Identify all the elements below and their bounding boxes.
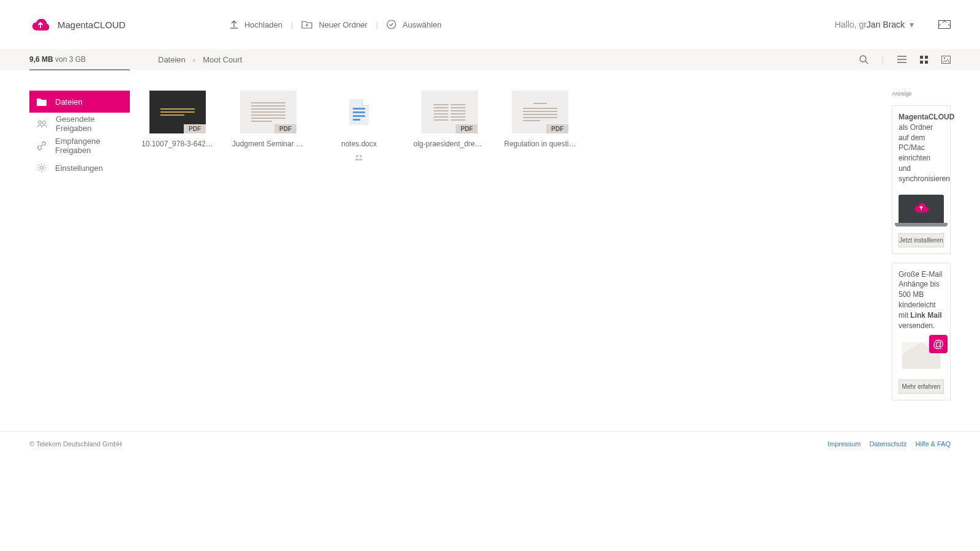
svg-rect-5	[925, 61, 928, 64]
sidebar: Dateien Gesendete Freigaben Empfangene F…	[29, 91, 130, 431]
footer: © Telekom Deutschland GmbH Impressum Dat…	[0, 431, 980, 456]
people-icon	[37, 120, 47, 128]
install-button[interactable]: Jetzt installieren	[899, 233, 944, 247]
chevron-right-icon: ›	[193, 55, 195, 64]
link-impressum[interactable]: Impressum	[827, 440, 861, 448]
new-folder-icon	[301, 20, 312, 29]
cloud-logo-icon	[29, 17, 51, 32]
chevron-down-icon: ▾	[910, 20, 914, 29]
pdf-thumbnail: PDF	[512, 91, 568, 133]
shared-icon	[355, 154, 363, 161]
file-item[interactable]: PDF Judgment Seminar 1 ...	[236, 91, 300, 431]
mail-icon[interactable]	[938, 20, 951, 29]
check-circle-icon	[386, 20, 396, 29]
folder-icon	[37, 98, 47, 106]
gear-icon	[37, 163, 47, 173]
sub-bar: 9,6 MB von 3 GB Dateien › Moot Court |	[0, 49, 980, 70]
breadcrumb: Dateien › Moot Court	[158, 55, 242, 64]
svg-point-7	[944, 57, 945, 58]
svg-point-10	[40, 167, 43, 170]
link-icon	[37, 141, 47, 151]
file-item[interactable]: notes.docx	[327, 91, 391, 431]
copyright: © Telekom Deutschland GmbH	[29, 440, 122, 448]
file-item[interactable]: PDF olg-praesident_dresd...	[418, 91, 481, 431]
user-area: Hallo, grJan Brack ▾	[835, 20, 951, 29]
pdf-thumbnail: PDF	[149, 91, 206, 133]
toolbar: Hochladen | Neuer Ordner | Auswählen	[230, 20, 442, 29]
file-grid: PDF 10.1007_978-3-642-2... PDF Judgment …	[138, 91, 883, 431]
promo-sync: MagentaCLOUD als Ordner auf dem PC/Mac e…	[892, 105, 951, 254]
pdf-thumbnail: PDF	[240, 91, 296, 133]
sidebar-item-received-shares[interactable]: Empfangene Freigaben	[29, 135, 130, 157]
ad-label: Anzeige	[892, 91, 951, 97]
header: MagentaCLOUD Hochladen | Neuer Ordner | …	[0, 0, 980, 49]
pdf-thumbnail: PDF	[421, 91, 478, 133]
image-view-icon[interactable]	[941, 56, 951, 64]
learn-more-button[interactable]: Mehr erfahren	[899, 380, 944, 394]
user-menu[interactable]: Hallo, grJan Brack ▾	[835, 20, 914, 29]
promo-rail: Anzeige MagentaCLOUD als Ordner auf dem …	[892, 91, 951, 431]
main: Dateien Gesendete Freigaben Empfangene F…	[0, 70, 980, 431]
upload-icon	[230, 20, 238, 29]
search-icon[interactable]	[859, 55, 869, 64]
breadcrumb-folder[interactable]: Moot Court	[203, 55, 242, 64]
svg-rect-2	[920, 56, 923, 59]
grid-view-icon[interactable]	[920, 56, 928, 64]
breadcrumb-root[interactable]: Dateien	[158, 55, 186, 64]
file-item[interactable]: PDF Regulation in questio...	[508, 91, 572, 431]
sidebar-item-files[interactable]: Dateien	[29, 91, 130, 113]
laptop-icon	[899, 193, 944, 225]
logo[interactable]: MagentaCLOUD	[29, 17, 126, 32]
footer-links: Impressum Datenschutz Hilfe & FAQ	[827, 440, 951, 448]
link-datenschutz[interactable]: Datenschutz	[869, 440, 907, 448]
sidebar-item-sent-shares[interactable]: Gesendete Freigaben	[29, 113, 130, 135]
docx-thumbnail	[331, 91, 387, 133]
svg-point-12	[360, 155, 362, 157]
svg-point-8	[39, 121, 42, 124]
svg-rect-4	[920, 61, 923, 64]
upload-button[interactable]: Hochladen	[230, 20, 282, 29]
view-tools: |	[859, 55, 951, 64]
envelope-icon: @	[899, 339, 944, 371]
brand-name: MagentaCLOUD	[58, 20, 126, 30]
file-item[interactable]: PDF 10.1007_978-3-642-2...	[146, 91, 209, 431]
svg-point-11	[356, 155, 358, 157]
svg-rect-3	[925, 56, 928, 59]
svg-point-9	[43, 121, 46, 124]
promo-linkmail: Große E-Mail Anhänge bis 500 MB kinderle…	[892, 263, 951, 401]
select-button[interactable]: Auswählen	[386, 20, 442, 29]
link-hilfe[interactable]: Hilfe & FAQ	[916, 440, 951, 448]
storage-bar	[29, 69, 130, 70]
sidebar-item-settings[interactable]: Einstellungen	[29, 157, 130, 179]
storage-indicator: 9,6 MB von 3 GB	[29, 55, 158, 64]
new-folder-button[interactable]: Neuer Ordner	[301, 20, 367, 29]
svg-point-0	[387, 20, 396, 29]
svg-point-1	[860, 56, 866, 62]
list-view-icon[interactable]	[897, 56, 907, 64]
